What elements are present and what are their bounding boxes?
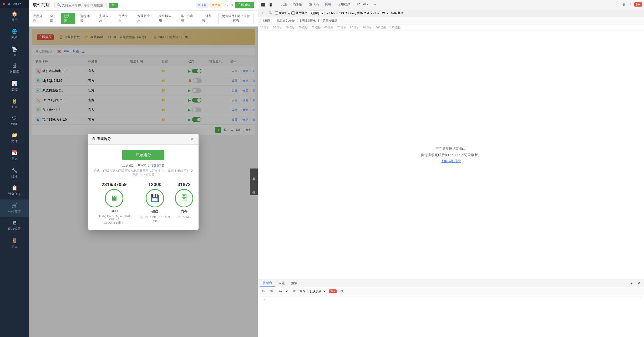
cat-security[interactable]: 安全应用 (96, 13, 113, 24)
bottom-tab-search[interactable]: 搜索 (288, 280, 300, 286)
dialog-header: ⏱ 宝塔跑分 ✕ (88, 134, 199, 145)
sidebar-item-home[interactable]: 🏠 首页 (0, 8, 29, 25)
devtools-device-icon[interactable]: 📱 (267, 1, 274, 8)
close-bottom-icon[interactable]: ✕ (636, 280, 642, 287)
cat-all[interactable]: 全部 (47, 13, 58, 24)
console-eye-icon[interactable]: 👁 (268, 288, 275, 294)
sidebar-item-db[interactable]: 🗄 数据库 (0, 60, 29, 77)
cpu-icon-circle: 🖥 (105, 189, 123, 207)
third-party-checkbox[interactable] (318, 19, 322, 22)
sidebar-item-security[interactable]: 🔒 安全 (0, 95, 29, 113)
filter-blocked-cookies: 已阻止Cookie (273, 19, 295, 23)
my-ranking-link[interactable]: 我的排名 (152, 164, 164, 167)
memory-detail: 31872 MB (178, 215, 191, 218)
update-software-button[interactable]: 更新软件列表 / 支付状态 (218, 13, 254, 24)
tab-elements[interactable]: 元素 (278, 1, 290, 8)
time-70: 70 毫秒 (337, 26, 346, 29)
console-clear-icon[interactable]: ⊘ (260, 288, 266, 294)
dialog-body: 开始跑分 上次跑分：80931 分 我的排名 公式：1万次整数+2万次浮点+1亿… (88, 145, 199, 230)
panel-settings-icon: 🖥 (12, 220, 17, 226)
tab-console[interactable]: 控制台 (291, 1, 306, 8)
filter-bar: 反应 已阻止Cookie 已阻止请求 第三方请求 (258, 17, 644, 24)
devtools-add-icon[interactable]: ＋ (372, 1, 378, 8)
media-label: 媒体 (357, 11, 363, 15)
log-level-select[interactable]: 默认级别 (307, 289, 327, 294)
badge-free: 免费版 (210, 3, 222, 8)
devtools-more-icon[interactable]: ⋮ (627, 1, 634, 8)
bottom-tabs: 控制台 问题 搜索 ＋ ✕ (258, 279, 644, 287)
tasks-icon: 📋 (12, 185, 17, 191)
add-tab-icon[interactable]: ＋ (628, 280, 635, 287)
devtools-toolbar: ⊘ 🔍 保留日志 禁用缓存 无限制 Fetch/XHR JS CSS Img 媒… (258, 9, 644, 17)
cat-installed[interactable]: 已安装 (61, 13, 75, 24)
time-30: 30 毫秒 (286, 26, 295, 29)
last-score-display: 上次跑分：80931 分 我的排名 (93, 163, 193, 168)
sidebar-item-waf[interactable]: 🛡 WAF (0, 113, 29, 129)
js-label: JS (341, 12, 344, 15)
console-input[interactable] (266, 298, 639, 302)
sidebar-item-monitor[interactable]: 📊 监控 (0, 77, 29, 95)
blocked-requests-checkbox[interactable] (297, 19, 301, 22)
throttle-select[interactable]: 无限制 (308, 11, 324, 16)
tab-network[interactable]: 网络 (322, 1, 334, 8)
bottom-tab-issues[interactable]: 问题 (276, 280, 287, 286)
search-button[interactable]: 🔍 (109, 3, 118, 8)
learn-more-link[interactable]: 了解详细信息 (441, 159, 461, 163)
devtools-settings-icon[interactable]: ⚙ (621, 1, 627, 8)
manifest-label: 清单 (391, 11, 397, 15)
sidebar-item-files[interactable]: 📁 文件 (0, 129, 29, 147)
memory-icon: 🗄 (180, 194, 188, 202)
cat-runtime[interactable]: 运行环境 (77, 13, 94, 24)
cat-enterprise[interactable]: 企业版应用 (156, 13, 175, 24)
console-settings-icon[interactable]: ⚙ (339, 288, 345, 294)
cat-free[interactable]: 免费应用 (115, 13, 132, 24)
disable-cache-checkbox[interactable] (291, 11, 295, 15)
sidebar-item-store[interactable]: 🛒 软件商店 (0, 200, 29, 217)
disk-icon: 💾 (150, 194, 159, 202)
tab-adblock[interactable]: AdBlock (354, 1, 371, 8)
sidebar-item-panel-settings[interactable]: 🖥 面板设置 (0, 217, 29, 234)
sidebar-item-website[interactable]: 🌐 网站 (0, 25, 29, 43)
top-context-select[interactable]: top (277, 289, 289, 294)
sidebar-item-logout[interactable]: 🚪 退出 (0, 234, 29, 252)
sidebar-item-terminal[interactable]: 🔧 终端 (0, 164, 29, 182)
cat-thirdparty[interactable]: 第三方应用 (178, 13, 197, 24)
react-checkbox[interactable] (260, 19, 263, 22)
dialog-close-button[interactable]: ✕ (189, 136, 195, 142)
search-box[interactable]: 🔍 (54, 2, 107, 8)
cat-pro[interactable]: 专业版应用 (134, 13, 154, 24)
console-input-row: > (261, 297, 641, 303)
sidebar-item-logs[interactable]: 📅 日志 (0, 147, 29, 164)
formula-text: 公式：1万次整数+2万次浮点+1亿位圆周率+1万次排序+（磁盘读+磁盘写）IO速… (93, 169, 193, 177)
disk-score: 12000 (148, 182, 161, 187)
preserve-log-checkbox[interactable] (275, 11, 278, 15)
filter-blocked-requests: 已阻止请求 (297, 19, 316, 23)
website-icon: 🌐 (12, 29, 17, 34)
store-icon: 🛒 (12, 203, 17, 208)
filter-label: 筛选 (300, 289, 305, 293)
bottom-tab-console[interactable]: 控制台 (260, 280, 275, 287)
sidebar-item-tasks[interactable]: 📋 计划任务 (0, 182, 29, 200)
third-party-label: 第三方请求 (323, 19, 337, 23)
tab-sources[interactable]: 源代码 (307, 1, 321, 8)
preserve-log-label: 保留日志 (279, 11, 291, 15)
console-eye2-icon[interactable]: 👁 (291, 288, 297, 294)
start-benchmark-button[interactable]: 开始跑分 (122, 150, 164, 160)
devtools-inspect-icon[interactable]: ⬛ (260, 1, 266, 8)
blocked-cookies-checkbox[interactable] (273, 19, 276, 22)
sidebar-item-ftp[interactable]: 📡 FTP (0, 43, 29, 60)
search-input[interactable] (62, 3, 104, 7)
tab-app[interactable]: 应用程序 (335, 1, 353, 8)
console-bar: ⊘ 👁 top 👁 筛选 默认级别 99+ ⚙ (258, 287, 644, 295)
sidebar-label-db: 数据库 (10, 70, 19, 74)
terminal-icon: 🔧 (12, 167, 17, 173)
clear-network-icon[interactable]: ⊘ (260, 10, 266, 16)
search-network-icon[interactable]: 🔍 (267, 10, 274, 16)
fetch-label: Fetch/XHR (326, 12, 340, 15)
upgrade-button[interactable]: 立即升级 (235, 2, 254, 8)
time-90: 90 毫秒 (363, 26, 372, 29)
cat-onekey[interactable]: 一键督察 (199, 13, 216, 24)
css-label: CSS (345, 12, 351, 15)
category-bar: 应用分类 全部 已安装 运行环境 安全应用 免费应用 专业版应用 企业版应用 第… (29, 11, 258, 27)
sidebar-label-terminal: 终端 (11, 174, 18, 179)
